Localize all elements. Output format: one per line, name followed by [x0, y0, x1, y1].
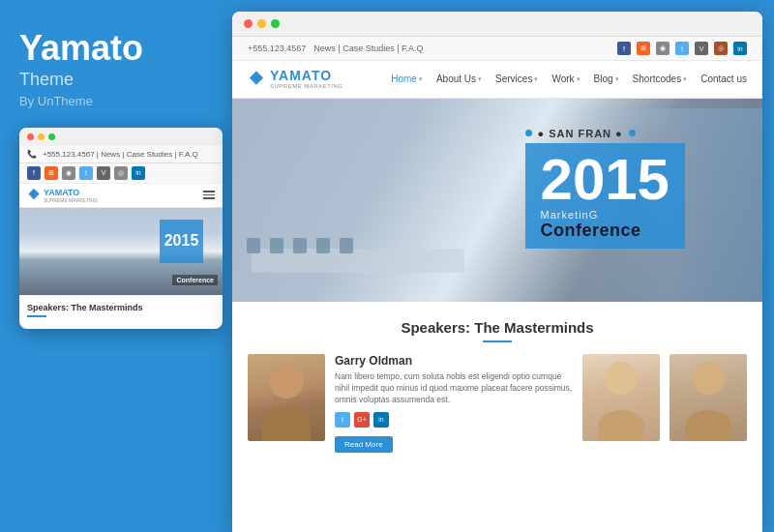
hero-bullet-right — [629, 130, 636, 136]
mobile-toolbar-text: +555.123.4567 | News | Case Studies | F.… — [43, 150, 198, 159]
site-logo-name: YAMATO — [270, 69, 343, 83]
mobile-hero: 2015 Conference — [19, 208, 223, 295]
site-dribbble-icon[interactable]: ◎ — [714, 42, 728, 55]
speaker1-body — [262, 407, 311, 441]
speakers-section-title: Speakers: The Masterminds — [248, 319, 747, 336]
site-top-left: +555.123.4567 News | Case Studies | F.A.… — [248, 44, 424, 53]
mobile-social-row: f ⊞ ◉ t V ◎ in — [19, 163, 223, 184]
nav-home-arrow: ▾ — [419, 75, 423, 83]
site-camera-icon[interactable]: ◉ — [656, 42, 670, 55]
hero-bullet-left — [525, 130, 532, 136]
speakers-title-wrap: Speakers: The Masterminds — [248, 319, 747, 342]
mobile-vine-icon: V — [97, 166, 110, 180]
speaker-bio-1: Nam libero tempo, cum soluta nobis est e… — [335, 371, 573, 406]
nav-link-shortcodes[interactable]: Shortcodes ▾ — [633, 74, 688, 84]
hero-chair-4 — [316, 238, 330, 253]
browser-dot-green — [271, 19, 280, 28]
speaker-info-1: Garry Oldman Nam libero tempo, cum solut… — [335, 354, 573, 453]
speaker-social-links: t G+ in — [335, 412, 573, 428]
mobile-year-box: 2015 — [160, 220, 203, 263]
nav-link-work[interactable]: Work ▾ — [551, 74, 580, 84]
speakers-section: Speakers: The Masterminds Garry Oldman N… — [232, 302, 762, 532]
mobile-dot-yellow — [38, 133, 45, 140]
site-top-bar: +555.123.4567 News | Case Studies | F.A.… — [232, 37, 762, 61]
speaker1-face — [269, 364, 304, 399]
browser-dot-yellow — [257, 19, 266, 28]
nav-link-services[interactable]: Services ▾ — [495, 74, 538, 84]
mobile-dot-red — [27, 133, 34, 140]
hero-san-fran-text: ● SAN FRAN ● — [538, 128, 623, 139]
mobile-hero-year: 2015 — [164, 232, 199, 250]
nav-link-blog[interactable]: Blog ▾ — [594, 74, 619, 84]
mobile-hero-conference: Conference — [172, 275, 218, 285]
speaker-gplus-btn[interactable]: G+ — [354, 412, 370, 428]
site-facebook-icon[interactable]: f — [617, 42, 631, 55]
speaker-linkedin-btn[interactable]: in — [373, 412, 389, 428]
site-logo-text: YAMATO SUPREME MARKETING — [270, 69, 343, 90]
hero-chair-1 — [247, 238, 260, 253]
browser-dot-red — [244, 19, 253, 28]
site-logo-mark-icon — [248, 71, 265, 88]
mobile-toolbar: 📞 +555.123.4567 | News | Case Studies | … — [19, 146, 223, 163]
mobile-speakers-title: Speakers: The Masterminds — [27, 303, 215, 312]
nav-link-home[interactable]: Home ▾ — [391, 74, 423, 84]
read-more-button[interactable]: Read More — [335, 436, 393, 453]
site-top-right: f ⊞ ◉ t V ◎ in — [617, 42, 747, 55]
speaker-photo-3 — [670, 354, 747, 441]
site-top-links: News | Case Studies | F.A.Q — [313, 44, 423, 53]
site-rss-icon[interactable]: ⊞ — [637, 42, 650, 55]
mobile-speakers-divider — [27, 315, 46, 317]
speaker-twitter-btn[interactable]: t — [335, 412, 350, 428]
nav-short-arrow: ▾ — [683, 75, 687, 83]
mobile-logo-text-wrap: YAMATO SUPREME MARKETING — [44, 188, 98, 203]
mobile-speakers-section: Speakers: The Masterminds — [19, 295, 223, 329]
mobile-logo-name: YAMATO — [44, 188, 98, 197]
hero-chair-3 — [293, 238, 307, 253]
hero-year-box: 2015 MarketinG Conference — [525, 143, 685, 249]
nav-services-arrow: ▾ — [534, 75, 538, 83]
hero-conference-text: Conference — [541, 221, 670, 241]
nav-blog-arrow: ▾ — [615, 75, 619, 83]
nav-about-arrow: ▾ — [478, 75, 482, 83]
speakers-divider — [483, 340, 512, 342]
site-linkedin-icon[interactable]: in — [733, 42, 747, 55]
hero-year-text: 2015 — [541, 151, 670, 209]
website-content: +555.123.4567 News | Case Studies | F.A.… — [232, 37, 762, 532]
site-logo-diamond-icon — [248, 71, 265, 88]
speaker-photo-1 — [248, 354, 325, 441]
mobile-logo: YAMATO SUPREME MARKETING — [27, 188, 98, 203]
site-nav: YAMATO SUPREME MARKETING Home ▾ About Us… — [232, 61, 762, 99]
speaker-photo-2 — [582, 354, 660, 441]
left-panel: Yamato Theme By UnTheme 📞 +555.123.4567 … — [0, 0, 232, 532]
svg-rect-0 — [28, 189, 39, 199]
browser-bar — [232, 12, 762, 37]
site-logo-tagline: SUPREME MARKETING — [270, 83, 343, 90]
mobile-nav-bar: YAMATO SUPREME MARKETING — [19, 184, 223, 208]
mobile-phone-icon: 📞 — [27, 150, 37, 159]
hero-chairs-row — [247, 238, 353, 253]
right-panel: +555.123.4567 News | Case Studies | F.A.… — [232, 12, 762, 532]
mobile-facebook-icon: f — [27, 166, 41, 180]
site-logo: YAMATO SUPREME MARKETING — [248, 69, 343, 90]
mobile-twitter-icon: t — [79, 166, 93, 180]
mobile-rss-icon: ⊞ — [45, 166, 58, 180]
speaker3-face — [692, 362, 725, 395]
site-twitter-icon[interactable]: t — [675, 42, 689, 55]
speaker3-body — [685, 410, 731, 441]
theme-author: By UnTheme — [19, 94, 213, 108]
hero-san-fran-row: ● SAN FRAN ● — [525, 128, 685, 139]
mobile-linkedin-icon: in — [132, 166, 145, 180]
mobile-logo-mark-icon — [27, 189, 41, 202]
mobile-logo-sub: SUPREME MARKETING — [44, 197, 98, 203]
speaker-card-1: Garry Oldman Nam libero tempo, cum solut… — [248, 354, 573, 453]
mobile-hamburger-icon[interactable] — [203, 191, 215, 199]
nav-link-about[interactable]: About Us ▾ — [436, 74, 482, 84]
speaker2-face — [605, 362, 638, 395]
svg-rect-1 — [250, 71, 263, 84]
hero-overlay-content: ● SAN FRAN ● 2015 MarketinG Conference — [525, 128, 685, 249]
nav-link-contact[interactable]: Contact us — [700, 74, 747, 84]
mobile-browser-bar — [19, 128, 223, 146]
mobile-dot-green — [48, 133, 55, 140]
theme-subtitle: Theme — [19, 70, 213, 90]
site-vine-icon[interactable]: V — [695, 42, 708, 55]
